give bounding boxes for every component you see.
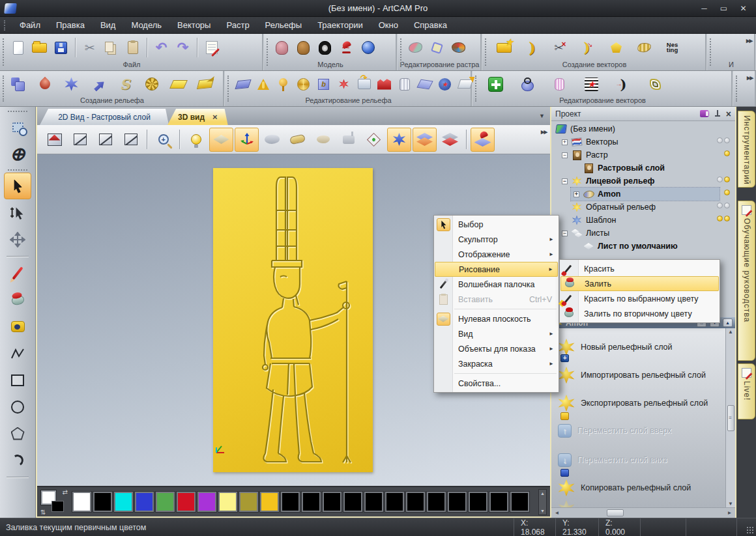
menu-item-drawing[interactable]: Рисование► xyxy=(435,262,558,277)
paint-pencil-icon[interactable] xyxy=(4,260,31,287)
open-folder-icon[interactable] xyxy=(29,36,50,59)
move-layer-down-button[interactable]: ↓ Переместить слой вниз xyxy=(558,450,667,470)
palette-swatch[interactable] xyxy=(510,492,529,512)
new-relief-layer-button[interactable]: + Новый рельефный слой xyxy=(558,337,673,357)
zoom-window-icon[interactable] xyxy=(4,114,31,141)
save-icon[interactable] xyxy=(51,36,71,59)
wire-cube-1-icon[interactable] xyxy=(68,128,92,152)
tab-close-icon[interactable]: × xyxy=(212,112,218,122)
help-book-icon[interactable] xyxy=(700,110,709,117)
nesting-icon[interactable]: Nesting xyxy=(662,36,682,59)
fold-sheet-icon[interactable] xyxy=(195,72,215,96)
palette-swatch[interactable] xyxy=(406,492,425,512)
pin-star-icon[interactable] xyxy=(334,72,354,96)
visibility-bulbs[interactable] xyxy=(724,150,730,156)
tree-node-default-sheet[interactable]: Лист по умолчанию xyxy=(551,240,735,253)
teardrop-icon[interactable] xyxy=(35,72,55,96)
menu-raster[interactable]: Растр xyxy=(218,17,257,33)
toolbar-drag-handle[interactable] xyxy=(8,111,27,112)
tab-2d-view[interactable]: 2D Вид - Растровый слой xyxy=(40,109,169,125)
close-panel-icon[interactable]: × xyxy=(726,110,731,118)
model-preview-inverted-icon[interactable] xyxy=(315,36,335,59)
palette-swatch[interactable] xyxy=(343,492,362,512)
scrollbar-thumb[interactable]: ≡ xyxy=(727,405,734,431)
palette-swatch[interactable] xyxy=(469,492,487,512)
notes-icon[interactable] xyxy=(201,36,222,59)
polygon-icon[interactable] xyxy=(4,420,31,447)
material-block-icon[interactable] xyxy=(285,128,310,152)
offset-curve-icon[interactable] xyxy=(578,36,598,59)
rollup-icon[interactable]: ▲ xyxy=(723,318,733,327)
menu-item-magic-wand[interactable]: Волшебная палочка xyxy=(434,277,559,292)
palette-swatch[interactable] xyxy=(135,492,154,512)
tree-node-raster-layer[interactable]: Растровый слой xyxy=(551,162,735,175)
palette-swatch[interactable] xyxy=(489,492,508,512)
tilt-plane-icon[interactable] xyxy=(414,72,435,96)
palette-swatch[interactable] xyxy=(218,492,237,512)
arc-nodes-icon[interactable] xyxy=(613,72,633,96)
menu-file[interactable]: Файл xyxy=(12,17,48,33)
tree-node-vectors[interactable]: + Векторы xyxy=(551,135,735,148)
submenu-item-fill-secondary-colour[interactable]: Залить по вторичному цвету xyxy=(560,306,720,321)
menu-item-objects-to-show[interactable]: Объекты для показа► xyxy=(434,341,559,356)
view-toolbar-overflow-icon[interactable]: ▸▸ xyxy=(541,128,547,136)
polyline-icon[interactable] xyxy=(4,340,31,367)
node-diamond-icon[interactable] xyxy=(362,128,386,152)
move-layer-up-button[interactable]: ↑ Переместить слой вверх xyxy=(558,421,671,440)
menu-item-select[interactable]: Выбор xyxy=(434,217,559,232)
select-tool-icon[interactable] xyxy=(4,173,31,199)
relief-texture-icon[interactable] xyxy=(311,128,335,152)
visibility-bulbs[interactable] xyxy=(724,190,730,195)
expander-icon[interactable]: + xyxy=(562,139,568,145)
new-file-icon[interactable] xyxy=(8,36,28,59)
green-plus-icon[interactable] xyxy=(486,72,506,96)
scrollbar-thumb[interactable] xyxy=(607,509,624,516)
palette-swatch[interactable] xyxy=(323,492,342,512)
palette-swatch[interactable] xyxy=(427,492,446,512)
iso-cube-icon[interactable] xyxy=(42,128,66,152)
menu-item-paste[interactable]: Вставить Ctrl+V xyxy=(434,292,559,307)
tab-assistant[interactable]: Инструментарий xyxy=(738,111,755,188)
palette-scissors-icon[interactable] xyxy=(448,36,469,59)
close-button[interactable]: ✕ xyxy=(734,2,753,14)
menu-reliefs[interactable]: Рельефы xyxy=(257,17,310,33)
vase-icon[interactable] xyxy=(517,72,538,96)
menu-vectors[interactable]: Векторы xyxy=(169,17,218,33)
scroll-down-icon[interactable]: ▼ xyxy=(728,501,733,507)
spiral-s-icon[interactable] xyxy=(115,72,135,96)
palette-swatch[interactable] xyxy=(156,492,175,512)
layer-stack-icon[interactable] xyxy=(413,128,437,152)
tab-tutorials[interactable]: Обучающие руководства xyxy=(738,201,755,361)
toolbar-drag-handle[interactable] xyxy=(8,169,27,171)
copy-relief-layer-button[interactable]: Копировать рельефный слой xyxy=(558,478,691,498)
menubar-drag-handle[interactable] xyxy=(4,20,8,31)
tab-3d-view[interactable]: 3D вид× xyxy=(167,109,228,125)
palette-swatch[interactable] xyxy=(93,492,112,512)
scroll-up-icon[interactable]: ▲ xyxy=(728,329,733,335)
scroll-left-icon[interactable]: ◄ xyxy=(553,510,561,516)
red-drape-icon[interactable] xyxy=(374,72,394,96)
round-pin-icon[interactable] xyxy=(273,72,293,96)
menu-toolpaths[interactable]: Траектории xyxy=(310,17,371,33)
zoom-in-icon[interactable] xyxy=(151,128,175,152)
polygon-tool-icon[interactable] xyxy=(606,36,626,59)
visibility-bulbs[interactable] xyxy=(717,203,730,208)
paste-icon[interactable] xyxy=(123,36,143,59)
undo-icon[interactable] xyxy=(151,36,171,59)
flood-fill-icon[interactable] xyxy=(4,287,31,313)
import-relief-layer-button[interactable]: Импортировать рельефный слой xyxy=(558,365,706,385)
pan-globe-icon[interactable] xyxy=(4,141,31,167)
scroll-right-icon[interactable]: ► xyxy=(725,510,734,516)
sphere-icon[interactable] xyxy=(358,36,378,59)
menu-item-sculptor[interactable]: Скульптор► xyxy=(434,232,559,247)
copy-icon[interactable] xyxy=(101,36,121,59)
tab-list-caret-icon[interactable]: ▼ xyxy=(539,113,545,119)
column-grid-icon[interactable] xyxy=(549,72,570,96)
pin-panel-icon[interactable] xyxy=(714,110,721,118)
menu-item-zero-plane[interactable]: Нулевая плоскость xyxy=(434,311,559,326)
arc-segment-icon[interactable] xyxy=(522,36,542,59)
plane-sheet-icon[interactable] xyxy=(168,72,188,96)
fold-arrow-icon[interactable] xyxy=(354,72,374,96)
zero-plane-toggle-icon[interactable] xyxy=(209,128,233,152)
ellipse-icon[interactable] xyxy=(4,393,31,420)
